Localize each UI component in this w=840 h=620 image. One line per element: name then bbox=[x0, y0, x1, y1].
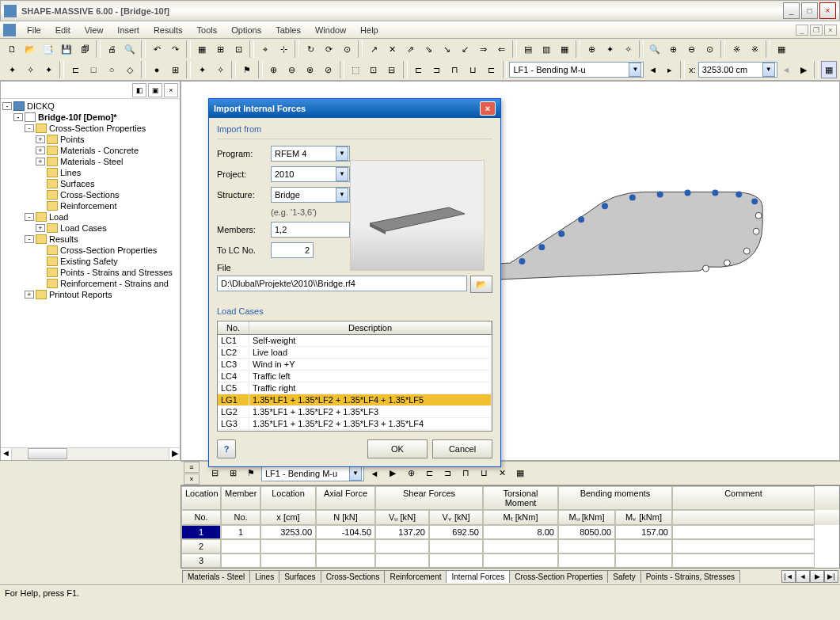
toolbar-button[interactable]: ⇘ bbox=[420, 40, 437, 58]
close-button[interactable]: × bbox=[819, 2, 836, 19]
tab-next-button[interactable]: ▶ bbox=[810, 570, 824, 583]
mdi-restore-button[interactable]: ❐ bbox=[810, 25, 823, 36]
toolbar-button[interactable]: ⬚ bbox=[347, 61, 364, 78]
tree-node[interactable]: Lines bbox=[60, 168, 81, 177]
toolbar-button[interactable]: ✦ bbox=[3, 61, 21, 78]
tree-node[interactable]: Points - Strains and Stresses bbox=[60, 268, 173, 277]
tree-node[interactable]: Load bbox=[49, 212, 68, 222]
toolbar-button[interactable]: □ bbox=[85, 61, 102, 78]
mdi-close-button[interactable]: × bbox=[824, 25, 837, 36]
tree-node[interactable]: Materials - Steel bbox=[60, 157, 123, 166]
tree-node[interactable]: Reinforcement - Strains and bbox=[60, 279, 169, 288]
loadcase-row[interactable]: LC5Traffic right bbox=[218, 382, 492, 394]
toolbar-button[interactable]: ▤ bbox=[519, 40, 537, 58]
data-tab[interactable]: Internal Forces bbox=[446, 570, 510, 583]
toolbar-button[interactable]: ▦ bbox=[193, 40, 211, 58]
data-tab[interactable]: Cross-Sections bbox=[321, 570, 386, 583]
tree-node[interactable]: Printout Reports bbox=[49, 290, 112, 299]
panel-tool-button[interactable]: ▦ bbox=[511, 465, 529, 482]
toolbar-button[interactable]: ✕ bbox=[383, 40, 401, 58]
toolbar-button[interactable]: ↗ bbox=[365, 40, 382, 58]
members-input[interactable] bbox=[271, 222, 350, 238]
tree-node[interactable]: Cross-Sections bbox=[60, 190, 120, 200]
project-combo[interactable]: 2010 bbox=[271, 166, 350, 182]
maximize-button[interactable]: □ bbox=[801, 2, 818, 19]
data-tab[interactable]: Points - Strains, Stresses bbox=[640, 570, 740, 583]
toolbar-button[interactable]: ※ bbox=[728, 40, 745, 58]
toolbar-button[interactable]: ⊟ bbox=[383, 61, 401, 78]
lf-next-button[interactable]: ▸ bbox=[662, 61, 678, 78]
data-tab[interactable]: Surfaces bbox=[279, 570, 321, 583]
toolbar-button[interactable]: ⇒ bbox=[474, 40, 492, 58]
toolbar-button[interactable]: ⊙ bbox=[701, 40, 718, 58]
tab-first-button[interactable]: |◄ bbox=[781, 570, 796, 583]
loadcase-row[interactable]: LG41.35*LF1 + 1.35*LF2 + 1.35*LF3 + 1.35… bbox=[218, 430, 492, 432]
minimize-button[interactable]: _ bbox=[783, 2, 800, 19]
toolbar-button[interactable]: ✦ bbox=[601, 40, 618, 58]
toolbar-button[interactable]: ↘ bbox=[438, 40, 455, 58]
toolbar-button[interactable]: ※ bbox=[746, 40, 763, 58]
project-tree[interactable]: -DICKQ -Bridge-10f [Demo]* -Cross-Sectio… bbox=[1, 99, 180, 447]
loadcase-combo[interactable]: LF1 - Bending M-u bbox=[509, 62, 644, 78]
toolbar-button[interactable]: 📑 bbox=[40, 40, 57, 58]
structure-combo[interactable]: Bridge bbox=[271, 187, 350, 203]
toolbar-button[interactable]: ⊙ bbox=[338, 40, 355, 58]
tree-node[interactable]: Points bbox=[60, 135, 85, 144]
toolbar-button[interactable]: ✧ bbox=[21, 61, 39, 78]
grid-toggle-button[interactable]: ▦ bbox=[821, 61, 838, 78]
toolbar-button[interactable]: ⇗ bbox=[401, 40, 419, 58]
toolbar-button[interactable]: ↷ bbox=[166, 40, 184, 58]
tab-prev-button[interactable]: ◄ bbox=[796, 570, 810, 583]
data-tab[interactable]: Materials - Steel bbox=[182, 570, 250, 583]
menu-help[interactable]: Help bbox=[354, 24, 385, 36]
browse-button[interactable]: 📂 bbox=[470, 276, 492, 293]
toolbar-button[interactable]: ⟳ bbox=[320, 40, 337, 58]
cancel-button[interactable]: Cancel bbox=[432, 439, 492, 458]
menu-tools[interactable]: Tools bbox=[191, 24, 224, 36]
tree-tool-1[interactable]: ◧ bbox=[132, 83, 146, 97]
toolbar-button[interactable]: ⊡ bbox=[230, 40, 247, 58]
data-tab[interactable]: Reinforcement bbox=[384, 570, 447, 583]
loadcase-row[interactable]: LC1Self-weight bbox=[218, 335, 492, 347]
dialog-titlebar[interactable]: Import Internal Forces × bbox=[209, 99, 500, 118]
tree-node[interactable]: Existing Safety bbox=[60, 257, 118, 266]
grid-row[interactable]: 2 bbox=[181, 539, 839, 553]
coord-combo[interactable]: 3253.00 cm bbox=[698, 62, 777, 78]
toolbar-button[interactable]: ✧ bbox=[211, 61, 229, 78]
help-button[interactable]: ? bbox=[217, 439, 236, 458]
toolbar-button[interactable]: ↙ bbox=[456, 40, 473, 58]
toolbar-button[interactable]: ✦ bbox=[193, 61, 211, 78]
coord-next-button[interactable]: ▶ bbox=[795, 61, 811, 78]
menu-edit[interactable]: Edit bbox=[49, 24, 77, 36]
toolbar-button[interactable]: ⊕ bbox=[664, 40, 682, 58]
tree-node[interactable]: Cross-Section Properties bbox=[60, 245, 157, 255]
toolbar-button[interactable]: ⊗ bbox=[302, 61, 319, 78]
mdi-minimize-button[interactable]: _ bbox=[796, 25, 808, 36]
toolbar-button[interactable]: ▦ bbox=[556, 40, 573, 58]
toolbar-button[interactable]: 🔍 bbox=[646, 40, 663, 58]
data-tab[interactable]: Cross-Section Properties bbox=[509, 570, 608, 583]
toolbar-button[interactable]: ⊡ bbox=[365, 61, 382, 78]
toolbar-button[interactable]: ▥ bbox=[538, 40, 555, 58]
toolbar-button[interactable]: ⊕ bbox=[265, 61, 283, 78]
menu-window[interactable]: Window bbox=[309, 24, 352, 36]
loadcase-row[interactable]: LC4Traffic left bbox=[218, 371, 492, 382]
toolbar-button[interactable]: ⇐ bbox=[492, 40, 510, 58]
tree-root[interactable]: DICKQ bbox=[27, 101, 55, 111]
toolbar-button[interactable]: ⊘ bbox=[320, 61, 337, 78]
toolbar-button[interactable]: ⊏ bbox=[410, 61, 428, 78]
toolbar-button[interactable]: ⊕ bbox=[583, 40, 600, 58]
toolbar-button[interactable]: ✦ bbox=[40, 61, 57, 78]
tree-node[interactable]: Load Cases bbox=[60, 223, 107, 233]
toolbar-button[interactable]: ● bbox=[148, 61, 165, 78]
grid-row[interactable]: 113253.00-104.50137.20692.508.008050.001… bbox=[181, 525, 839, 539]
toolbar-button[interactable]: 🗐 bbox=[76, 40, 93, 58]
toolbar-button[interactable]: ↶ bbox=[148, 40, 165, 58]
tree-node[interactable]: Materials - Concrete bbox=[60, 146, 139, 155]
toolbar-button[interactable]: ⊏ bbox=[483, 61, 500, 78]
toolbar-button[interactable]: ⊓ bbox=[447, 61, 464, 78]
menu-file[interactable]: File bbox=[21, 24, 48, 36]
panel-split-button[interactable]: ≡ bbox=[184, 462, 200, 473]
toolbar-button[interactable]: ✧ bbox=[619, 40, 637, 58]
tolc-input[interactable] bbox=[271, 242, 314, 258]
